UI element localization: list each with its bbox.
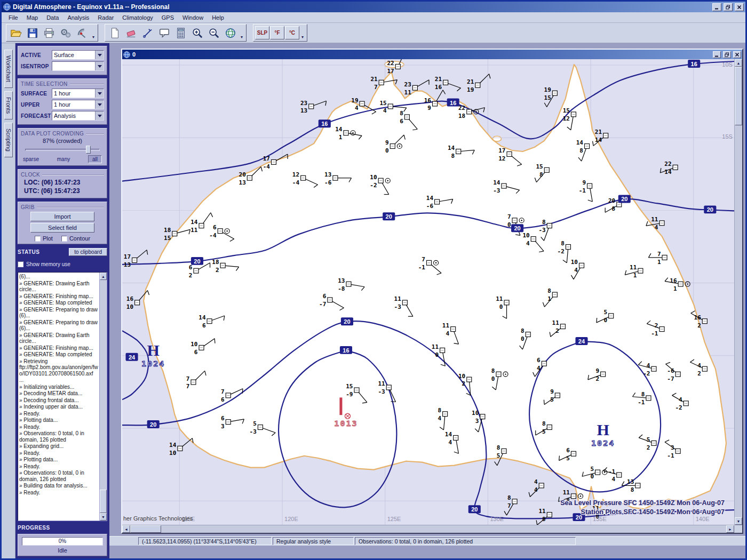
surface-combobox[interactable]: 1 hour [52,89,104,98]
log-line: » GENERATE: Map completed [19,300,98,306]
svg-text:20: 20 [386,213,392,220]
checkbox-icon[interactable] [35,236,41,242]
settings-button[interactable] [58,26,74,40]
map-vertical-scrollbar[interactable]: ▲ ▼ [734,59,742,525]
print-button[interactable] [41,26,57,40]
svg-text:22: 22 [458,105,465,111]
active-combobox[interactable]: Surface [52,50,104,60]
svg-text:16: 16 [450,100,456,106]
low-pressure-value: 1013 [334,419,357,428]
save-button[interactable] [25,26,41,40]
slider-thumb[interactable] [86,146,91,154]
toolbar-group-units: SLP °F °C ▾ [253,24,307,42]
svg-text:4: 4 [537,365,541,372]
crowding-option-all[interactable]: all [88,155,102,163]
scroll-thumb[interactable] [100,490,107,513]
new-chart-button[interactable] [107,26,123,40]
minimize-button[interactable] [712,3,721,11]
map-close-button[interactable] [733,51,741,58]
chevron-down-icon[interactable] [95,89,104,98]
crowding-option-many[interactable]: many [57,156,70,162]
longitude-label: 135E [593,516,607,522]
open-button[interactable] [8,26,24,40]
scroll-down-arrow[interactable]: ▼ [735,517,742,525]
erase-button[interactable] [123,26,139,40]
tab-scripting[interactable]: Scripting [4,123,13,157]
plot-data-button[interactable] [140,26,156,40]
scroll-down-arrow[interactable]: ▼ [100,513,107,521]
svg-text:2: 2 [697,370,701,377]
menu-item-climatology[interactable]: Climatology [118,13,156,22]
map-minimize-button[interactable] [713,51,721,58]
grib-plot-checkbox[interactable]: Plot [35,235,53,242]
log-line: » Initializing variables... [19,384,98,390]
satellite-dish-icon [76,27,88,39]
svg-text:15: 15 [346,383,353,390]
globe-button[interactable] [222,26,239,40]
station-plot-icon [142,27,154,39]
scroll-right-arrow[interactable]: ► [726,525,734,533]
checkbox-icon[interactable] [61,236,67,242]
window-footer [109,546,745,558]
chevron-down-icon[interactable] [95,62,104,70]
crowding-option-sparse[interactable]: sparse [23,156,39,162]
degrees-c-button[interactable]: °C [285,26,299,39]
weather-map[interactable]: 2217217231121162119191523131941548616922… [122,59,734,525]
svg-text:21: 21 [467,78,474,85]
svg-text:2: 2 [697,322,701,329]
menu-item-gps[interactable]: GPS [158,13,178,22]
svg-text:9: 9 [550,388,554,395]
calculator-button[interactable] [173,26,189,40]
annotation-button[interactable] [156,26,172,40]
svg-text:-6: -6 [667,367,674,374]
scroll-thumb[interactable] [130,525,161,533]
menu-item-data[interactable]: Data [43,13,62,22]
gears-icon [60,27,71,39]
grib-select-field-button[interactable]: Select field [30,223,94,233]
toolbar-dropdown-arrow[interactable]: ▾ [91,26,96,40]
menu-item-map[interactable]: Map [23,13,42,22]
scroll-thumb[interactable] [735,67,742,125]
status-log: (6)...» GENERATE: Drawing Earth circle..… [18,273,99,521]
tab-fronts[interactable]: Fronts [4,91,13,119]
clock-local-time: LOC: (06) 15:47:23 [24,179,104,186]
menu-item-window[interactable]: Window [179,13,207,22]
scroll-up-arrow[interactable]: ▲ [100,273,107,280]
upper-combobox[interactable]: 1 hour [52,100,104,109]
menu-item-analysis[interactable]: Analysis [63,13,93,22]
grib-import-button[interactable]: Import [30,212,94,221]
close-button[interactable] [735,3,744,11]
log-scrollbar[interactable]: ▲ ▼ [99,273,107,521]
map-restore-button[interactable] [723,51,731,58]
menu-item-radar[interactable]: Radar [94,13,117,22]
toolbar-dropdown-arrow[interactable]: ▾ [300,26,305,40]
scroll-up-arrow[interactable]: ▲ [735,59,742,67]
menu-item-file[interactable]: File [5,13,22,22]
degrees-f-button[interactable]: °F [270,26,284,39]
chevron-down-icon[interactable] [95,51,104,59]
map-canvas[interactable]: 2217217231121162119191523131941548616922… [122,59,734,525]
show-memory-checkbox[interactable]: Show memory use [18,261,107,267]
forecast-combobox[interactable]: Analysis [52,111,104,121]
active-label: ACTIVE [21,52,50,58]
restore-button[interactable] [724,3,733,11]
map-window-titlebar[interactable]: 0 [122,50,742,59]
progress-header: PROGRESS [18,525,107,531]
map-horizontal-scrollbar[interactable]: ◄ ► [122,525,734,533]
toolbar-dropdown-arrow[interactable]: ▾ [239,26,244,40]
chevron-down-icon[interactable] [95,111,104,120]
menu-item-help[interactable]: Help [208,13,228,22]
to-clipboard-button[interactable]: to clipboard [69,248,107,256]
slp-button[interactable]: SLP [255,26,269,39]
grib-contour-checkbox[interactable]: Contour [61,235,90,242]
checkbox-icon[interactable] [18,261,23,267]
crowding-slider[interactable] [25,149,100,151]
scroll-left-arrow[interactable]: ◄ [122,525,130,533]
isentrop-combobox[interactable] [52,61,104,71]
chevron-down-icon[interactable] [95,100,104,109]
zoom-in-button[interactable] [189,26,205,40]
satellite-button[interactable] [74,26,90,40]
zoom-out-button[interactable] [206,26,222,40]
status-bar: (-11.5623,114.0955) (11°33'44"S,114°05'4… [109,536,745,546]
tab-workchart[interactable]: Workchart [4,50,13,88]
